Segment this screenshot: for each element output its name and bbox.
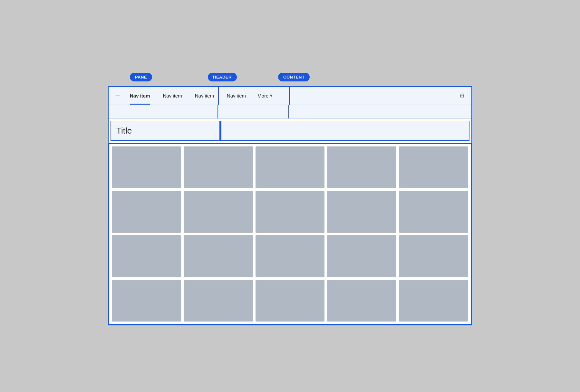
page-title: Title [116, 126, 132, 135]
grid-cell-r3c0 [112, 280, 181, 322]
grid-cell-r2c3 [327, 235, 396, 277]
grid-cell-r1c4 [399, 191, 468, 233]
settings-button[interactable]: ⚙ [457, 90, 468, 101]
grid-cell-r2c4 [399, 235, 468, 277]
grid-cell-r3c3 [327, 280, 396, 322]
sub-header-content [289, 105, 471, 118]
header-badge: HEADER [208, 73, 237, 81]
content-area [109, 143, 471, 325]
title-area: Title [109, 119, 471, 143]
grid-cell-r3c1 [184, 280, 253, 322]
more-label: More [257, 93, 268, 98]
grid-cell-r1c2 [256, 191, 325, 233]
title-pane: Title [111, 121, 220, 141]
grid-cell-r0c3 [327, 146, 396, 188]
pane-badge: PANE [130, 73, 152, 81]
title-content [221, 121, 469, 141]
nav-item-3[interactable]: Nav item [188, 87, 220, 105]
nav-item-1[interactable]: Nav item [123, 87, 157, 105]
outer-wrapper: PANE HEADER CONTENT ← Nav item Nav item … [108, 86, 472, 325]
app-window: ← Nav item Nav item Nav item Nav item Mo… [108, 86, 472, 325]
nav-divider-pane-header [218, 87, 219, 105]
grid-cell-r2c2 [256, 235, 325, 277]
gear-icon: ⚙ [459, 92, 465, 99]
grid-cell-r1c1 [184, 191, 253, 233]
nav-item-4[interactable]: Nav item [220, 87, 252, 105]
grid-cell-r1c0 [112, 191, 181, 233]
grid-cell-r3c2 [256, 280, 325, 322]
content-badge: CONTENT [278, 73, 310, 81]
back-arrow-icon: ← [115, 92, 121, 99]
nav-bar: ← Nav item Nav item Nav item Nav item Mo… [109, 87, 471, 105]
nav-item-2[interactable]: Nav item [157, 87, 188, 105]
grid-cell-r1c3 [327, 191, 396, 233]
content-grid [109, 144, 471, 324]
sub-header-pane [109, 105, 218, 118]
nav-items: Nav item Nav item Nav item Nav item More… [123, 87, 290, 105]
grid-cell-r0c2 [256, 146, 325, 188]
more-button[interactable]: More ∨ [252, 87, 278, 105]
grid-cell-r0c0 [112, 146, 181, 188]
back-button[interactable]: ← [112, 91, 123, 100]
grid-cell-r3c4 [399, 280, 468, 322]
nav-divider-header-content [289, 87, 290, 105]
grid-cell-r2c0 [112, 235, 181, 277]
sub-header-mid [218, 105, 289, 118]
chevron-down-icon: ∨ [270, 93, 273, 98]
grid-cell-r2c1 [184, 235, 253, 277]
grid-cell-r0c4 [399, 146, 468, 188]
grid-cell-r0c1 [184, 146, 253, 188]
sub-header [109, 105, 471, 119]
